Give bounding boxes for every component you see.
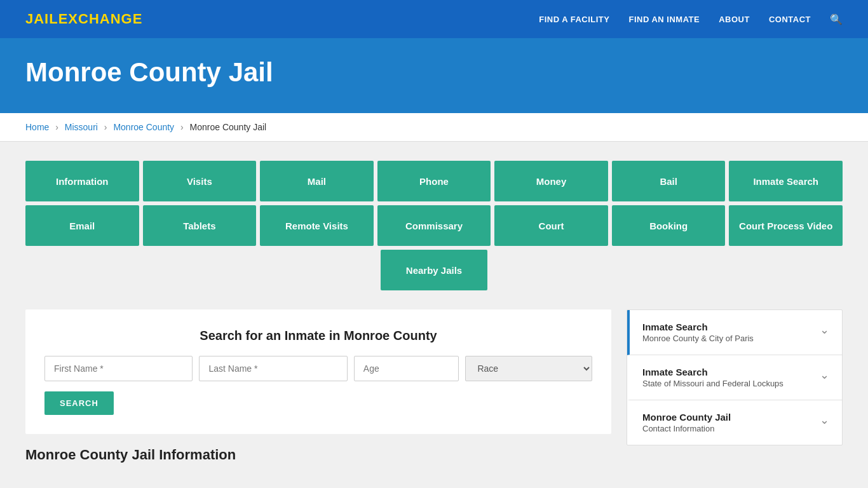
sidebar-top-label-1: Inmate Search	[642, 367, 813, 377]
nav-about[interactable]: ABOUT	[719, 15, 750, 24]
right-column: Inmate SearchMonroe County & City of Par…	[627, 309, 843, 445]
sidebar-top-label-2: Monroe County Jail	[642, 412, 813, 423]
search-title: Search for an Inmate in Monroe County	[44, 329, 592, 343]
two-col-layout: Search for an Inmate in Monroe County Ra…	[25, 309, 843, 463]
left-column: Search for an Inmate in Monroe County Ra…	[25, 309, 611, 463]
sidebar-item-0[interactable]: Inmate SearchMonroe County & City of Par…	[627, 310, 842, 355]
chevron-down-icon-0: ⌄	[820, 323, 829, 337]
breadcrumb-sep-1: ›	[55, 122, 58, 132]
nav-btn-nearby-jails[interactable]: Nearby Jails	[381, 250, 487, 290]
breadcrumb: Home › Missouri › Monroe County › Monroe…	[0, 113, 868, 142]
nav-btn-remote-visits[interactable]: Remote Visits	[260, 205, 374, 246]
nav-buttons-row1: InformationVisitsMailPhoneMoneyBailInmat…	[25, 161, 843, 201]
nav-buttons-row3: Nearby Jails	[25, 250, 843, 290]
nav-btn-visits[interactable]: Visits	[143, 161, 257, 201]
breadcrumb-home[interactable]: Home	[25, 122, 49, 132]
nav-find-facility[interactable]: FIND A FACILITY	[539, 15, 609, 24]
sidebar-item-1[interactable]: Inmate SearchState of Missouri and Feder…	[627, 355, 842, 400]
sidebar-sub-label-0: Monroe County & City of Paris	[642, 334, 813, 343]
main-nav: FIND A FACILITY FIND AN INMATE ABOUT CON…	[539, 13, 843, 25]
sidebar-sub-label-1: State of Missouri and Federal Lockups	[642, 379, 813, 388]
sidebar-sub-label-2: Contact Information	[642, 424, 813, 433]
chevron-down-icon-1: ⌄	[820, 368, 829, 382]
section-heading: Monroe County Jail Information	[25, 447, 611, 463]
nav-btn-inmate-search[interactable]: Inmate Search	[729, 161, 843, 201]
nav-btn-money[interactable]: Money	[494, 161, 608, 201]
nav-contact[interactable]: CONTACT	[769, 15, 811, 24]
nav-buttons-row2: EmailTabletsRemote VisitsCommissaryCourt…	[25, 205, 843, 246]
nav-btn-mail[interactable]: Mail	[260, 161, 374, 201]
sidebar-item-text-2: Monroe County JailContact Information	[642, 412, 813, 433]
site-header: JAILEXCHANGE FIND A FACILITY FIND AN INM…	[0, 0, 868, 38]
search-fields: RaceWhiteBlackHispanicAsianOther	[44, 356, 592, 381]
sidebar-card: Inmate SearchMonroe County & City of Par…	[627, 309, 843, 445]
content-area: InformationVisitsMailPhoneMoneyBailInmat…	[0, 142, 868, 482]
search-icon[interactable]: 🔍	[830, 13, 843, 25]
nav-btn-information[interactable]: Information	[25, 161, 139, 201]
breadcrumb-current: Monroe County Jail	[190, 122, 267, 132]
sidebar-item-2[interactable]: Monroe County JailContact Information⌄	[627, 400, 842, 445]
age-input[interactable]	[354, 356, 459, 381]
nav-btn-bail[interactable]: Bail	[612, 161, 726, 201]
page-title: Monroe County Jail	[25, 57, 843, 88]
hero-section: Monroe County Jail	[0, 38, 868, 113]
breadcrumb-missouri[interactable]: Missouri	[65, 122, 98, 132]
nav-btn-court-process-video[interactable]: Court Process Video	[729, 205, 843, 246]
nav-btn-booking[interactable]: Booking	[612, 205, 726, 246]
nav-btn-court[interactable]: Court	[494, 205, 608, 246]
logo-exchange: EXCHANGE	[58, 11, 143, 27]
chevron-down-icon-2: ⌄	[820, 413, 829, 427]
nav-btn-phone[interactable]: Phone	[377, 161, 491, 201]
nav-btn-tablets[interactable]: Tablets	[143, 205, 257, 246]
sidebar-item-text-1: Inmate SearchState of Missouri and Feder…	[642, 367, 813, 388]
nav-btn-email[interactable]: Email	[25, 205, 139, 246]
sidebar-item-text-0: Inmate SearchMonroe County & City of Par…	[642, 322, 813, 343]
race-select[interactable]: RaceWhiteBlackHispanicAsianOther	[465, 356, 592, 381]
inmate-search-box: Search for an Inmate in Monroe County Ra…	[25, 309, 611, 434]
nav-btn-commissary[interactable]: Commissary	[377, 205, 491, 246]
first-name-input[interactable]	[44, 356, 193, 381]
logo-jail: JAIL	[25, 11, 58, 27]
sidebar-top-label-0: Inmate Search	[642, 322, 813, 332]
breadcrumb-sep-3: ›	[180, 122, 184, 132]
breadcrumb-sep-2: ›	[104, 122, 107, 132]
search-button[interactable]: SEARCH	[44, 391, 114, 415]
nav-find-inmate[interactable]: FIND AN INMATE	[628, 15, 700, 24]
breadcrumb-monroe-county[interactable]: Monroe County	[113, 122, 174, 132]
logo[interactable]: JAILEXCHANGE	[25, 11, 142, 27]
last-name-input[interactable]	[199, 356, 347, 381]
